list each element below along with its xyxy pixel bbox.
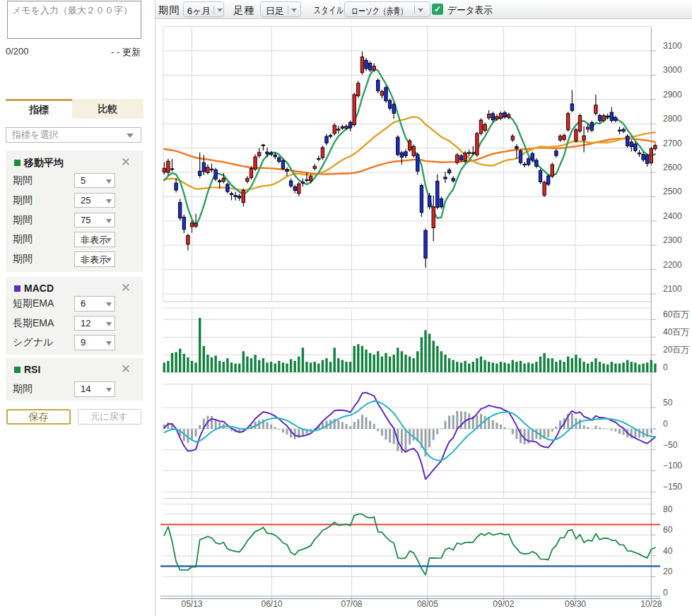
svg-text:40: 40 — [663, 546, 673, 556]
svg-text:40百万: 40百万 — [663, 327, 689, 337]
svg-text:05/13: 05/13 — [181, 599, 202, 609]
svg-text:2100: 2100 — [663, 284, 682, 294]
svg-text:07/08: 07/08 — [341, 599, 362, 609]
svg-text:20百万: 20百万 — [663, 345, 689, 355]
svg-text:50: 50 — [663, 398, 673, 408]
svg-text:09/02: 09/02 — [493, 599, 514, 609]
svg-text:2400: 2400 — [663, 211, 682, 221]
svg-text:−150: −150 — [663, 482, 682, 492]
svg-text:0: 0 — [663, 419, 668, 429]
svg-text:2800: 2800 — [663, 114, 682, 124]
svg-text:−50: −50 — [663, 440, 678, 450]
svg-text:09/30: 09/30 — [565, 599, 586, 609]
svg-text:06/10: 06/10 — [261, 599, 282, 609]
svg-text:2700: 2700 — [663, 138, 682, 148]
svg-text:2600: 2600 — [663, 162, 682, 172]
svg-text:2200: 2200 — [663, 260, 682, 270]
svg-text:−100: −100 — [663, 461, 682, 470]
svg-text:20: 20 — [663, 567, 673, 576]
svg-text:2300: 2300 — [663, 235, 682, 245]
svg-text:60百万: 60百万 — [663, 309, 689, 319]
svg-text:60: 60 — [663, 525, 673, 535]
svg-text:80: 80 — [663, 504, 673, 514]
svg-text:2500: 2500 — [663, 186, 682, 196]
svg-text:2900: 2900 — [663, 90, 682, 100]
svg-text:0: 0 — [663, 362, 668, 372]
svg-text:08/05: 08/05 — [417, 599, 438, 609]
svg-text:10/28: 10/28 — [640, 599, 662, 609]
svg-text:0: 0 — [663, 588, 668, 598]
svg-text:3100: 3100 — [663, 41, 682, 51]
svg-text:3000: 3000 — [663, 65, 682, 75]
